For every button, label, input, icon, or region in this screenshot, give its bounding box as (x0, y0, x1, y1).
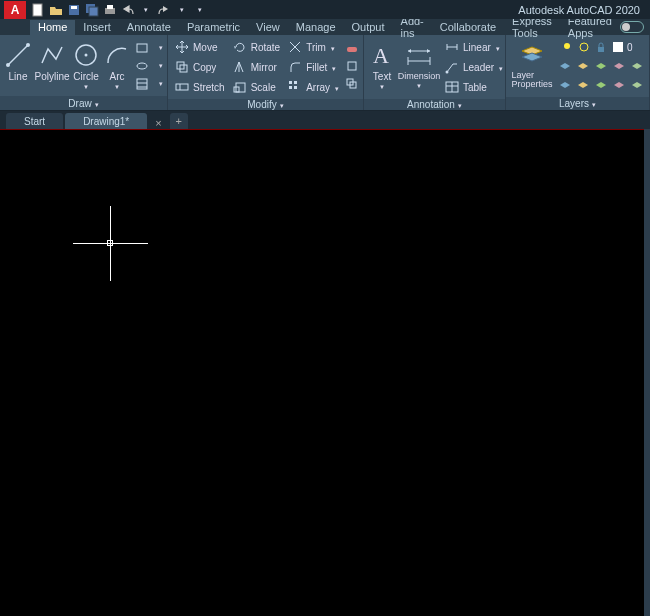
hatch-dropdown[interactable] (153, 76, 169, 92)
tab-insert[interactable]: Insert (75, 20, 119, 35)
svg-rect-0 (33, 4, 42, 16)
layer-off-button[interactable] (575, 59, 591, 75)
redo-icon[interactable] (156, 2, 172, 18)
text-button[interactable]: A Text▼ (368, 38, 396, 90)
layer-dropdown[interactable]: 0 (557, 38, 645, 56)
move-icon (174, 39, 190, 55)
panel-draw: Line Polyline Circle ▼ Arc ▼ (0, 35, 168, 110)
tab-parametric[interactable]: Parametric (179, 20, 248, 35)
rotate-button[interactable]: Rotate (230, 38, 282, 56)
layer-lock-button[interactable] (611, 59, 627, 75)
mirror-icon (232, 59, 248, 75)
print-icon[interactable] (102, 2, 118, 18)
redo-dropdown[interactable] (174, 2, 190, 18)
layer-btn-7[interactable] (575, 78, 591, 94)
leader-button[interactable]: Leader (442, 58, 505, 76)
explode-button[interactable] (344, 58, 360, 74)
svg-rect-12 (137, 44, 147, 52)
tab-view[interactable]: View (248, 20, 288, 35)
polyline-button[interactable]: Polyline (35, 38, 69, 82)
offset-button[interactable] (344, 76, 360, 92)
tab-home[interactable]: Home (30, 20, 75, 35)
lock-icon (593, 39, 609, 55)
trim-button[interactable]: Trim (285, 38, 341, 56)
table-button[interactable]: Table (442, 78, 505, 96)
layer-properties-icon (518, 41, 546, 69)
mirror-button[interactable]: Mirror (230, 58, 282, 76)
app-menu-button[interactable]: A (4, 1, 26, 19)
layer-btn-6[interactable] (557, 78, 573, 94)
layer-match-button[interactable] (629, 59, 645, 75)
crosshair-pickbox (107, 240, 113, 246)
arc-button[interactable]: Arc ▼ (103, 38, 131, 90)
layer-btn-9[interactable] (611, 78, 627, 94)
panel-modify-label[interactable]: Modify (168, 99, 363, 110)
undo-dropdown[interactable] (138, 2, 154, 18)
layer-iso-button[interactable] (557, 59, 573, 75)
open-icon[interactable] (48, 2, 64, 18)
tab-output[interactable]: Output (344, 20, 393, 35)
close-tab-icon[interactable]: × (149, 117, 167, 129)
rectangle-dropdown[interactable] (153, 40, 169, 56)
move-button[interactable]: Move (172, 38, 227, 56)
copy-button[interactable]: Copy (172, 58, 227, 76)
save-icon[interactable] (66, 2, 82, 18)
erase-button[interactable] (344, 40, 360, 56)
panel-annotation-label[interactable]: Annotation (364, 99, 505, 110)
svg-rect-4 (89, 7, 98, 16)
drawing-area[interactable] (0, 129, 650, 616)
layer-color-icon (610, 39, 626, 55)
panel-layers-label[interactable]: Layers (506, 97, 649, 110)
layer-freeze-button[interactable] (593, 59, 609, 75)
svg-rect-19 (176, 84, 188, 90)
rectangle-button[interactable] (134, 40, 150, 56)
svg-point-39 (446, 71, 449, 74)
layer-btn-8[interactable] (593, 78, 609, 94)
array-button[interactable]: Array (285, 78, 341, 96)
arc-label: Arc (110, 71, 125, 82)
scale-icon (232, 79, 248, 95)
title-bar: A Autodesk AutoCAD 2020 (0, 0, 650, 19)
svg-point-43 (564, 43, 570, 49)
scrollbar-vertical[interactable] (644, 129, 650, 616)
hatch-button[interactable] (134, 76, 150, 92)
new-icon[interactable] (30, 2, 46, 18)
fillet-button[interactable]: Fillet (285, 58, 341, 76)
bulb-icon (559, 39, 575, 55)
svg-point-11 (85, 54, 88, 57)
tab-start[interactable]: Start (6, 113, 63, 129)
circle-button[interactable]: Circle ▼ (72, 38, 100, 90)
new-tab-button[interactable]: + (170, 113, 188, 129)
svg-point-44 (580, 43, 588, 51)
svg-line-7 (8, 45, 28, 65)
ellipse-button[interactable] (134, 58, 150, 74)
table-icon (444, 79, 460, 95)
svg-rect-26 (294, 86, 297, 89)
line-button[interactable]: Line (4, 38, 32, 82)
qat-customize[interactable] (192, 2, 208, 18)
svg-rect-46 (613, 42, 623, 52)
stretch-button[interactable]: Stretch (172, 78, 227, 96)
svg-rect-2 (71, 6, 77, 9)
copy-icon (174, 59, 190, 75)
scale-button[interactable]: Scale (230, 78, 282, 96)
document-tabs: Start Drawing1* × + (0, 111, 650, 129)
svg-rect-25 (289, 86, 292, 89)
layer-btn-10[interactable] (629, 78, 645, 94)
panel-draw-label[interactable]: Draw (0, 96, 167, 110)
undo-icon[interactable] (120, 2, 136, 18)
dimension-button[interactable]: Dimension▼ (399, 38, 439, 89)
saveall-icon[interactable] (84, 2, 100, 18)
ribbon-toggle[interactable] (620, 21, 644, 33)
linear-button[interactable]: Linear (442, 38, 505, 56)
tab-manage[interactable]: Manage (288, 20, 344, 35)
layer-properties-button[interactable]: Layer Properties (510, 38, 554, 89)
tab-annotate[interactable]: Annotate (119, 20, 179, 35)
array-icon (287, 79, 303, 95)
tab-collaborate[interactable]: Collaborate (432, 20, 504, 35)
window-title: Autodesk AutoCAD 2020 (518, 4, 640, 16)
ribbon: Line Polyline Circle ▼ Arc ▼ (0, 35, 650, 111)
ellipse-dropdown[interactable] (153, 58, 169, 74)
tab-drawing1[interactable]: Drawing1* (65, 113, 147, 129)
circle-label: Circle (73, 71, 99, 82)
